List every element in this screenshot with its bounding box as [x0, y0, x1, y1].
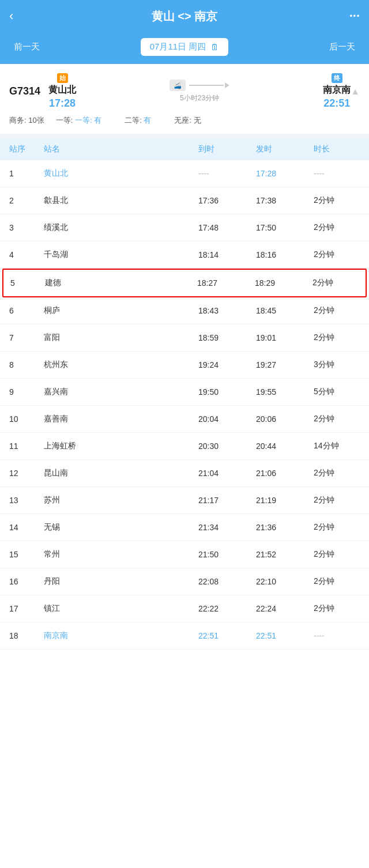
to-station-time: 22:51 [323, 97, 350, 110]
row-station-name: 上海虹桥 [44, 441, 198, 451]
table-row: 11 上海虹桥 20:30 20:44 14分钟 [0, 433, 369, 460]
row-arrive: 20:30 [198, 441, 256, 451]
row-seq: 6 [9, 306, 44, 315]
col-header-arrive: 到时 [198, 144, 256, 154]
row-station-name: 丹阳 [44, 576, 198, 587]
row-seq: 15 [9, 550, 44, 559]
from-station-name: 黄山北 [48, 84, 76, 96]
row-station-name: 昆山南 [44, 468, 198, 478]
row-depart: 19:55 [256, 387, 314, 397]
row-depart: 20:06 [256, 414, 314, 424]
row-station-name: 建德 [45, 278, 197, 288]
station-table: 1 黄山北 ---- 17:28 ---- 2 歙县北 17:36 17:38 … [0, 160, 369, 650]
row-station-name: 桐庐 [44, 305, 198, 316]
row-arrive: ---- [198, 169, 256, 178]
row-seq: 14 [9, 523, 44, 532]
row-seq: 9 [9, 387, 44, 397]
second-seat: 二等: 有 [125, 115, 163, 126]
train-middle: 🚄 5小时23分钟 [76, 80, 323, 103]
first-seat: 一等: 一等: 有 [56, 115, 113, 126]
table-row: 15 常州 21:50 21:52 2分钟 [0, 541, 369, 568]
row-duration: 2分钟 [314, 250, 360, 260]
row-station-name: 黄山北 [44, 168, 198, 179]
row-duration: 2分钟 [314, 222, 360, 233]
row-arrive: 22:22 [198, 604, 256, 613]
page-title: 黄山 <> 南京 [32, 9, 337, 24]
row-seq: 16 [9, 577, 44, 586]
row-arrive: 19:50 [198, 387, 256, 397]
date-picker[interactable]: 07月11日 周四 🗓 [141, 38, 229, 56]
train-card: G7314 始 黄山北 17:28 🚄 5小时23分钟 终 南京南 22:51 … [0, 64, 369, 138]
row-duration: 2分钟 [314, 333, 360, 343]
table-row: 9 嘉兴南 19:50 19:55 5分钟 [0, 379, 369, 406]
no-seat: 无座: 无 [174, 115, 201, 126]
table-row: 3 绩溪北 17:48 17:50 2分钟 [0, 214, 369, 241]
row-seq: 8 [9, 360, 44, 369]
date-navigation: 前一天 07月11日 周四 🗓 后一天 [0, 32, 369, 64]
col-header-seq: 站序 [9, 144, 44, 154]
table-row: 12 昆山南 21:04 21:06 2分钟 [0, 460, 369, 487]
row-depart: 19:01 [256, 333, 314, 342]
table-row: 16 丹阳 22:08 22:10 2分钟 [0, 568, 369, 595]
row-depart: 22:10 [256, 577, 314, 586]
table-row: 17 镇江 22:22 22:24 2分钟 [0, 595, 369, 622]
row-arrive: 17:48 [198, 223, 256, 232]
duration-text: 5小时23分钟 [180, 93, 219, 103]
row-duration: 2分钟 [314, 195, 360, 206]
row-station-name: 富阳 [44, 333, 198, 343]
row-seq: 3 [9, 223, 44, 232]
row-duration: ---- [314, 631, 360, 640]
app-header: ‹ 黄山 <> 南京 ··· [0, 0, 369, 32]
row-station-name: 南京南 [44, 631, 198, 641]
row-station-name: 歙县北 [44, 195, 198, 206]
business-seat: 商务: 10张 [9, 115, 44, 126]
to-tag: 终 [332, 73, 342, 83]
table-row: 2 歙县北 17:36 17:38 2分钟 [0, 187, 369, 214]
prev-day-button[interactable]: 前一天 [9, 39, 44, 55]
row-arrive: 18:14 [198, 250, 256, 259]
row-station-name: 无锡 [44, 522, 198, 533]
row-depart: 22:24 [256, 604, 314, 613]
row-depart: 18:29 [255, 278, 312, 288]
station-from: 始 黄山北 17:28 [48, 73, 76, 110]
calendar-icon: 🗓 [210, 42, 219, 52]
row-seq: 4 [9, 250, 44, 259]
duration-icon-row: 🚄 [170, 80, 229, 91]
row-depart: 17:38 [256, 196, 314, 205]
row-seq: 18 [9, 631, 44, 640]
row-duration: 3分钟 [314, 360, 360, 370]
next-day-button[interactable]: 后一天 [325, 39, 360, 55]
row-arrive: 21:34 [198, 523, 256, 532]
row-arrive: 21:50 [198, 550, 256, 559]
table-row: 6 桐庐 18:43 18:45 2分钟 [0, 297, 369, 324]
row-depart: 22:51 [256, 631, 314, 640]
row-duration: 5分钟 [314, 387, 360, 397]
more-button[interactable]: ··· [337, 9, 360, 24]
row-duration: 2分钟 [314, 576, 360, 587]
row-seq: 2 [9, 196, 44, 205]
row-depart: 17:50 [256, 223, 314, 232]
row-depart: 21:06 [256, 469, 314, 478]
row-duration: 2分钟 [312, 278, 359, 288]
date-display: 07月11日 周四 [150, 41, 206, 52]
row-arrive: 17:36 [198, 196, 256, 205]
collapse-icon[interactable]: ▲ [351, 86, 360, 97]
row-duration: ---- [314, 169, 360, 178]
row-depart: 21:52 [256, 550, 314, 559]
arrow-line [189, 82, 229, 88]
row-duration: 2分钟 [314, 495, 360, 505]
row-duration: 2分钟 [314, 603, 360, 614]
row-duration: 14分钟 [314, 441, 360, 451]
table-header: 站序 站名 到时 发时 时长 [0, 138, 369, 160]
row-depart: 19:27 [256, 360, 314, 369]
back-button[interactable]: ‹ [9, 9, 32, 24]
table-row: 10 嘉善南 20:04 20:06 2分钟 [0, 406, 369, 433]
col-header-name: 站名 [44, 144, 198, 154]
col-header-depart: 发时 [256, 144, 314, 154]
row-station-name: 常州 [44, 549, 198, 560]
row-seq: 7 [9, 333, 44, 342]
row-arrive: 18:59 [198, 333, 256, 342]
row-seq: 12 [9, 469, 44, 478]
row-station-name: 千岛湖 [44, 250, 198, 260]
row-station-name: 苏州 [44, 495, 198, 505]
